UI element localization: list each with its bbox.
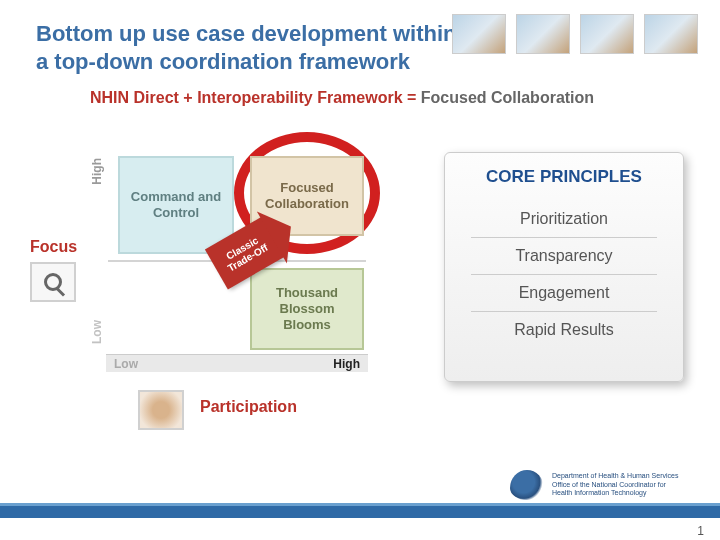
principle-item: Rapid Results	[463, 312, 665, 348]
title-line-1: Bottom up use case development within	[36, 21, 457, 46]
quadrant-thousand-blossom-blooms: Thousand Blossom Blooms	[250, 268, 364, 350]
thumbnail-image	[452, 14, 506, 54]
panel-heading: CORE PRINCIPLES	[463, 167, 665, 187]
principle-item: Prioritization	[463, 201, 665, 237]
title-line-2: a top-down coordination framework	[36, 49, 410, 74]
magnifier-icon	[30, 262, 76, 302]
participation-axis-label: Participation	[200, 398, 297, 416]
x-axis-high: High	[333, 357, 360, 371]
eagle-icon	[510, 470, 544, 500]
thumbnail-image	[580, 14, 634, 54]
logo-line-3: Health Information Technology	[552, 489, 692, 497]
logo-text: Department of Health & Human Services Of…	[552, 472, 692, 497]
quadrant-chart: High Low Command and Control Focused Col…	[104, 148, 368, 372]
y-axis-low: Low	[90, 320, 104, 344]
subtitle-left: NHIN Direct + Interoperability Framework…	[90, 89, 421, 106]
page-number: 1	[697, 524, 704, 538]
hhs-onc-logo: Department of Health & Human Services Of…	[510, 470, 692, 500]
hands-together-icon	[138, 390, 184, 430]
logo-line-1: Department of Health & Human Services	[552, 472, 692, 480]
x-axis-low: Low	[114, 357, 138, 371]
core-principles-panel: CORE PRINCIPLES Prioritization Transpare…	[444, 152, 684, 382]
quadrant-command-and-control: Command and Control	[118, 156, 234, 254]
principle-item: Transparency	[463, 238, 665, 274]
subtitle: NHIN Direct + Interoperability Framework…	[90, 89, 720, 107]
x-axis: Low High	[106, 354, 368, 372]
footer-bar	[0, 506, 720, 518]
focus-axis-label: Focus	[30, 238, 77, 256]
subtitle-right: Focused Collaboration	[421, 89, 594, 106]
thumbnail-strip	[452, 14, 698, 54]
logo-line-2: Office of the National Coordinator for	[552, 481, 692, 489]
thumbnail-image	[644, 14, 698, 54]
y-axis-high: High	[90, 158, 104, 185]
principle-item: Engagement	[463, 275, 665, 311]
thumbnail-image	[516, 14, 570, 54]
